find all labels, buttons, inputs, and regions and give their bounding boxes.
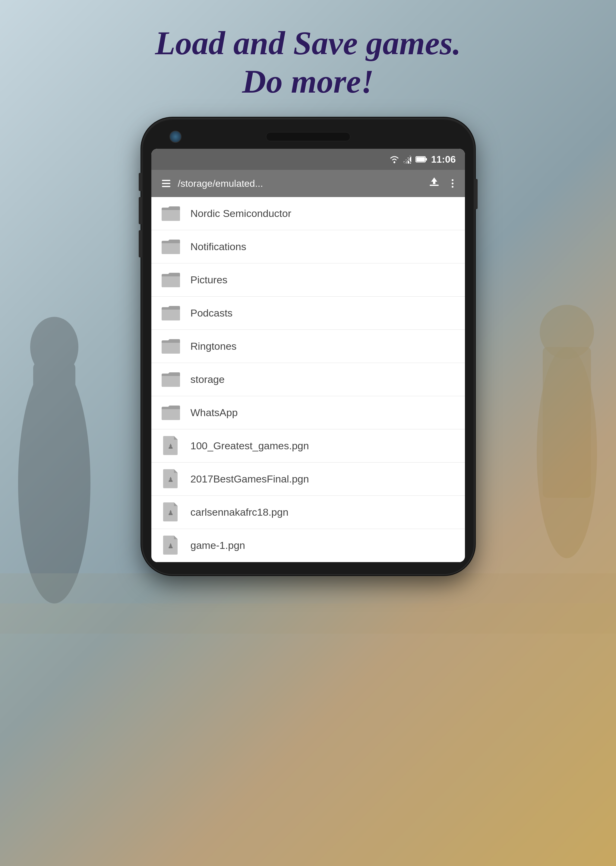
sensor-area [435, 131, 447, 143]
headline-section: Load and Save games. Do more! [137, 24, 479, 101]
svg-rect-16 [426, 158, 427, 161]
list-item[interactable]: ♟ game-1.pgn [151, 529, 465, 562]
dot-2 [452, 183, 454, 184]
upload-icon [428, 176, 440, 188]
upload-button[interactable] [425, 173, 443, 194]
file-item-name: game-1.pgn [190, 540, 245, 551]
folder-shape [161, 371, 181, 388]
svg-rect-4 [543, 347, 591, 498]
signal-icon [404, 155, 412, 164]
folder-icon [160, 402, 182, 424]
wifi-icon [389, 155, 400, 164]
folder-icon [160, 303, 182, 324]
file-item-name: 100_Greatest_games.pgn [190, 440, 309, 452]
list-item[interactable]: ♟ 100_Greatest_games.pgn [151, 429, 465, 463]
svg-text:♟: ♟ [168, 542, 174, 550]
volume-down-button[interactable] [139, 197, 142, 224]
headline-line2: Do more! [242, 63, 374, 100]
list-item[interactable]: ♟ carlsennakafrc18.pgn [151, 496, 465, 529]
list-item[interactable]: WhatsApp [151, 396, 465, 429]
svg-text:♟: ♟ [168, 476, 174, 483]
folder-icon [160, 269, 182, 291]
file-shape: ♟ [162, 436, 179, 456]
svg-rect-17 [416, 157, 425, 161]
folder-icon [160, 336, 182, 357]
status-time: 11:06 [431, 154, 456, 165]
power-button[interactable] [474, 179, 478, 209]
svg-rect-6 [0, 603, 616, 866]
pgn-file-icon: ♟ [160, 469, 182, 490]
svg-text:♟: ♟ [168, 442, 174, 450]
folder-icon [160, 236, 182, 257]
folder-shape [161, 305, 181, 321]
list-item[interactable]: Notifications [151, 230, 465, 263]
list-item[interactable]: Pictures [151, 263, 465, 297]
folder-shape [161, 272, 181, 288]
file-shape: ♟ [162, 535, 179, 555]
file-shape: ♟ [162, 469, 179, 489]
dot-1 [452, 179, 454, 181]
folder-shape [161, 338, 181, 354]
app-toolbar: /storage/emulated... [151, 170, 465, 197]
svg-rect-1 [33, 362, 75, 543]
file-item-name: carlsennakafrc18.pgn [190, 506, 289, 518]
file-item-name: Nordic Semiconductor [190, 208, 291, 219]
file-shape: ♟ [162, 502, 179, 522]
volume-up-button[interactable] [139, 173, 142, 191]
folder-shape [161, 205, 181, 222]
file-item-name: Notifications [190, 241, 246, 253]
headline-line1: Load and Save games. [155, 25, 461, 61]
list-item[interactable]: Nordic Semiconductor [151, 197, 465, 230]
list-item[interactable]: Ringtones [151, 330, 465, 363]
pgn-file-icon: ♟ [160, 502, 182, 523]
folder-icon [160, 203, 182, 224]
list-item[interactable]: Podcasts [151, 297, 465, 330]
mute-button[interactable] [139, 230, 142, 257]
svg-text:♟: ♟ [168, 509, 174, 516]
phone-top-bar [151, 131, 465, 143]
phone-screen: 11:06 /storage/emulated... [151, 149, 465, 562]
svg-rect-7 [0, 573, 616, 634]
svg-point-8 [393, 161, 395, 163]
current-path: /storage/emulated... [178, 178, 419, 189]
file-item-name: 2017BestGamesFinal.pgn [190, 473, 309, 485]
phone-wrapper: 11:06 /storage/emulated... [112, 118, 504, 574]
menu-button[interactable] [160, 178, 172, 189]
front-camera [170, 131, 182, 143]
list-item[interactable]: ♟ 2017BestGamesFinal.pgn [151, 463, 465, 496]
battery-icon [415, 155, 427, 164]
file-item-name: storage [190, 373, 225, 385]
phone-frame: 11:06 /storage/emulated... [142, 118, 474, 574]
folder-shape [161, 404, 181, 421]
file-item-name: Pictures [190, 274, 228, 286]
hamburger-line-3 [162, 186, 170, 187]
list-item[interactable]: storage [151, 363, 465, 396]
pgn-file-icon: ♟ [160, 535, 182, 556]
headline-text: Load and Save games. Do more! [155, 24, 461, 101]
status-icons: 11:06 [389, 154, 456, 165]
svg-point-2 [30, 317, 79, 377]
file-item-name: WhatsApp [190, 407, 238, 419]
speaker-grille [266, 132, 350, 141]
svg-rect-18 [430, 185, 439, 186]
file-list: Nordic Semiconductor Notifications [151, 197, 465, 562]
file-item-name: Ringtones [190, 340, 237, 352]
hamburger-line-2 [162, 183, 170, 184]
file-item-name: Podcasts [190, 307, 233, 319]
svg-marker-19 [431, 178, 437, 184]
status-bar: 11:06 [151, 149, 465, 170]
dot-3 [452, 186, 454, 188]
more-options-button[interactable] [449, 179, 456, 188]
pgn-file-icon: ♟ [160, 435, 182, 457]
svg-point-5 [540, 305, 594, 359]
folder-shape [161, 238, 181, 255]
folder-icon [160, 369, 182, 390]
hamburger-line-1 [162, 180, 170, 181]
